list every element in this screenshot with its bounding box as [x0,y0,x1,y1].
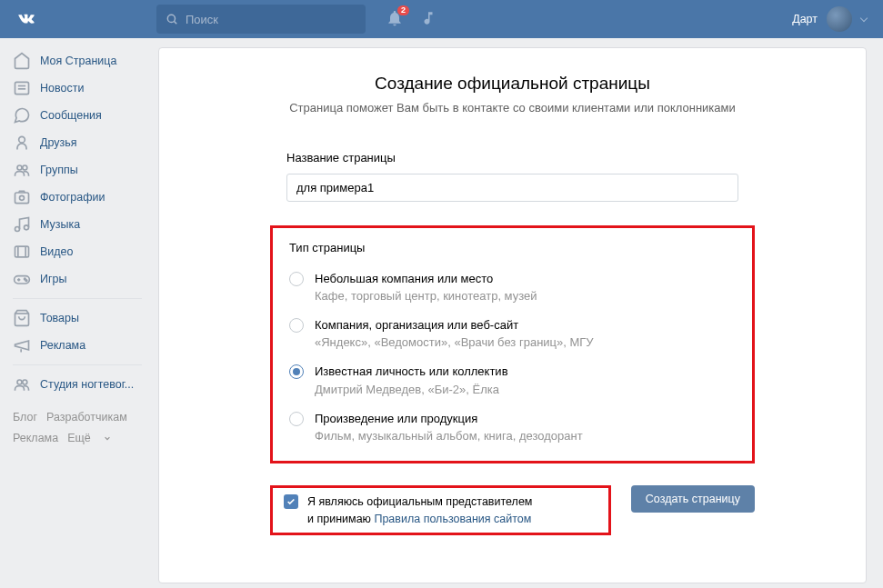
home-icon [13,52,31,70]
music-icon[interactable] [420,10,436,29]
radio-button[interactable] [289,412,304,426]
svg-line-1 [175,22,177,25]
search-input[interactable] [186,13,356,26]
footer-links: БлогРазработчикам РекламаЕщё [5,398,149,448]
type-label: Тип страницы [289,241,736,254]
footer-devs[interactable]: Разработчикам [46,411,127,424]
sidebar-item-label: Товары [40,312,79,324]
user-menu[interactable]: Дарт [792,6,876,32]
groups-icon [13,161,31,179]
sidebar-item-label: Видео [40,245,74,258]
svg-point-7 [23,165,27,170]
sidebar-item-label: Студия ногтевог... [40,378,134,391]
svg-point-6 [17,165,22,170]
sidebar-item-2[interactable]: Сообщения [5,102,149,129]
radio-subtitle: Кафе, торговый центр, кинотеатр, музей [315,289,736,303]
sidebar-item3-0[interactable]: Студия ногтевог... [5,371,149,398]
friends-icon [13,134,31,152]
radio-title: Произведение или продукция [315,411,736,427]
radio-subtitle: Фильм, музыкальный альбом, книга, дезодо… [315,429,736,443]
radio-title: Известная личность или коллектив [315,364,736,380]
sidebar-item-label: Фотографии [40,191,105,204]
radio-title: Компания, организация или веб-сайт [315,317,736,334]
radio-button[interactable] [289,364,304,379]
sidebar-item2-1[interactable]: Реклама [5,332,149,359]
ads-icon [13,336,31,354]
svg-point-11 [25,225,29,230]
page-type-option-2[interactable]: Известная личность или коллективДмитрий … [289,356,736,403]
sidebar-item-6[interactable]: Музыка [5,211,149,238]
games-icon [13,270,31,288]
sidebar: Моя СтраницаНовостиСообщенияДрузьяГруппы… [0,47,149,583]
groups-icon [13,375,31,394]
radio-button[interactable] [289,272,304,286]
sidebar-item-label: Моя Страница [40,55,116,67]
footer-ads[interactable]: Реклама [13,432,58,444]
radio-title: Небольшая компания или место [315,271,736,287]
video-icon [13,243,31,261]
sidebar-item-label: Группы [40,164,78,176]
page-name-input[interactable] [286,174,738,202]
sidebar-item-7[interactable]: Видео [5,238,149,265]
sidebar-item-label: Игры [40,273,66,285]
vk-logo[interactable] [13,5,40,33]
music-icon [13,215,31,234]
svg-point-21 [17,380,22,384]
sidebar-item-8[interactable]: Игры [5,265,149,293]
notification-badge: 2 [397,5,409,15]
svg-rect-8 [15,193,29,204]
create-page-button[interactable]: Создать страницу [631,485,755,513]
sidebar-item-label: Друзья [40,136,77,149]
sidebar-item-label: Музыка [40,218,80,231]
market-icon [13,309,31,327]
page-subtitle: Страница поможет Вам быть в контакте со … [159,101,866,115]
search-icon [166,13,178,25]
news-icon [13,79,31,97]
svg-point-19 [25,280,27,282]
messages-icon [13,106,31,125]
sidebar-item-label: Сообщения [40,109,102,122]
svg-rect-12 [15,246,29,257]
notifications-icon[interactable]: 2 [386,9,404,30]
sidebar-item-4[interactable]: Группы [5,156,149,184]
svg-point-22 [23,380,27,384]
page-type-option-3[interactable]: Произведение или продукцияФильм, музыкал… [289,404,736,450]
search-box[interactable] [156,5,366,34]
radio-button[interactable] [289,318,304,333]
agree-checkbox[interactable] [284,494,298,509]
svg-point-9 [20,195,25,200]
sidebar-item-1[interactable]: Новости [5,75,149,102]
svg-point-5 [19,136,25,143]
sidebar-item-3[interactable]: Друзья [5,129,149,156]
type-section-highlight: Тип страницы Небольшая компания или мест… [270,225,755,463]
sidebar-item-label: Новости [40,82,84,95]
footer-blog[interactable]: Блог [13,411,37,424]
agree-text: Я являюсь официальным представителем и п… [307,493,532,528]
svg-point-0 [167,15,175,22]
svg-point-10 [15,227,20,232]
page-type-option-0[interactable]: Небольшая компания или местоКафе, торгов… [289,264,736,310]
photos-icon [13,188,31,206]
header: 2 Дарт [0,0,883,38]
avatar [827,6,852,32]
radio-subtitle: Дмитрий Медведев, «Би-2», Ёлка [315,383,736,396]
sidebar-item-5[interactable]: Фотографии [5,184,149,211]
chevron-down-icon [860,15,868,22]
agree-highlight: Я являюсь официальным представителем и п… [270,485,611,536]
terms-link[interactable]: Правила пользования сайтом [374,513,531,525]
main-content: Создание официальной страницы Страница п… [158,47,867,583]
page-title: Создание официальной страницы [159,74,866,94]
username: Дарт [792,13,818,25]
sidebar-item-0[interactable]: Моя Страница [5,47,149,75]
name-label: Название страницы [286,151,738,164]
page-type-option-1[interactable]: Компания, организация или веб-сайт«Яндек… [289,310,736,356]
sidebar-item-label: Реклама [40,339,85,352]
sidebar-item2-0[interactable]: Товары [5,304,149,332]
radio-subtitle: «Яндекс», «Ведомости», «Врачи без границ… [315,335,736,349]
footer-more[interactable]: Ещё [67,428,111,449]
